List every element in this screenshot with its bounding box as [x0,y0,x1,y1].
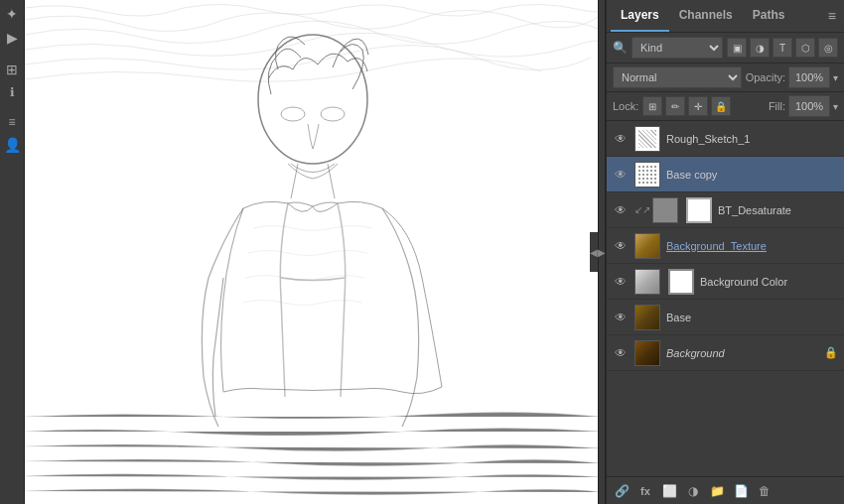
bottom-toolbar: 🔗 fx ⬜ ◑ 📁 📄 🗑 [607,476,844,504]
lock-transparent-btn[interactable]: ⊞ [642,96,662,116]
filter-select[interactable]: Kind Name Effect Mode [632,37,723,59]
filter-smart-icon[interactable]: ◎ [818,38,838,58]
new-group-icon[interactable]: 📁 [708,482,726,500]
lock-icons: ⊞ ✏ ✛ 🔒 [642,96,765,116]
opacity-label: Opacity: [746,71,785,83]
filter-shape-icon[interactable]: ⬡ [795,38,815,58]
layer-visibility-icon[interactable]: 👁 [613,274,629,290]
layer-lock-icon: 🔒 [824,346,838,360]
new-layer-icon[interactable]: 📄 [732,482,750,500]
panel-menu-icon[interactable]: ≡ [824,4,840,28]
collapse-arrow-left[interactable]: ◀ [590,232,598,272]
layer-visibility-icon[interactable]: 👁 [613,238,629,254]
layer-visibility-icon[interactable]: 👁 [613,202,629,218]
layer-mask-thumbnail [668,269,694,295]
tool-icon-1[interactable]: ✦ [6,6,18,22]
layer-thumbnail [652,197,678,223]
left-toolbar: ✦ ▶ ⊞ ℹ ≡ 👤 [0,0,25,504]
layer-thumbnail [634,233,660,259]
blend-row: Normal Dissolve Multiply Screen Overlay … [607,63,844,92]
layer-name: BT_Desaturate [718,204,838,216]
blend-mode-select[interactable]: Normal Dissolve Multiply Screen Overlay [613,66,742,88]
layer-thumbnail [634,126,660,152]
layer-item[interactable]: 👁 ↙↗ BT_Desaturate [607,192,844,228]
layer-name: Background [666,347,818,359]
add-style-icon[interactable]: fx [636,482,654,500]
tool-icon-5[interactable]: ≡ [8,115,15,129]
tab-layers[interactable]: Layers [611,0,669,32]
right-panel: Layers Channels Paths ≡ 🔍 Kind Name Effe… [606,0,844,504]
fill-value[interactable]: 100% [788,95,830,117]
tab-paths[interactable]: Paths [743,0,795,32]
layer-name: Rough_Sketch_1 [666,133,838,145]
tool-icon-3[interactable]: ⊞ [6,62,18,77]
filter-pixel-icon[interactable]: ▣ [727,38,747,58]
layer-visibility-icon[interactable]: 👁 [613,345,629,361]
layer-thumbnail [634,162,660,188]
search-bar: 🔍 Kind Name Effect Mode ▣ ◑ T ⬡ ◎ [607,33,844,63]
delete-layer-icon[interactable]: 🗑 [756,482,774,500]
lock-label: Lock: [613,100,638,112]
layer-item[interactable]: 👁 Background Color [607,264,844,300]
filter-adjustment-icon[interactable]: ◑ [750,38,770,58]
add-adjustment-icon[interactable]: ◑ [684,482,702,500]
filter-type-icon[interactable]: T [773,38,792,58]
tool-icon-6[interactable]: 👤 [4,137,21,153]
lock-row: Lock: ⊞ ✏ ✛ 🔒 Fill: 100% ▾ [607,92,844,121]
tool-icon-4[interactable]: ℹ [10,85,15,99]
layer-item[interactable]: 👁 Base [607,300,844,335]
layer-item[interactable]: 👁 Rough_Sketch_1 [607,121,844,157]
fill-group: Fill: 100% ▾ [769,95,838,117]
layer-mask-thumbnail [686,197,712,223]
layer-name: Background_Texture [666,240,838,252]
layer-item[interactable]: 👁 Background_Texture [607,228,844,264]
search-icon: 🔍 [613,41,628,55]
layer-visibility-icon[interactable]: 👁 [613,167,629,183]
collapse-right-arrow[interactable]: ▶ [598,0,606,504]
add-mask-icon[interactable]: ⬜ [660,482,678,500]
layer-name: Background Color [700,276,838,288]
layer-visibility-icon[interactable]: 👁 [613,131,629,147]
lock-all-btn[interactable]: 🔒 [711,96,731,116]
layer-arrows-icon: ↙↗ [634,204,650,215]
layer-item[interactable]: 👁 Background 🔒 [607,335,844,371]
fill-arrow: ▾ [833,101,838,112]
layer-thumbnail [634,305,660,330]
tool-icon-2[interactable]: ▶ [7,30,18,46]
fill-label: Fill: [769,100,785,112]
layer-filter-icons: ▣ ◑ T ⬡ ◎ [727,38,838,58]
lock-position-btn[interactable]: ✛ [688,96,708,116]
link-layers-icon[interactable]: 🔗 [613,482,631,500]
sketch-canvas [25,0,598,504]
layer-name: Base copy [666,169,838,181]
lock-paint-btn[interactable]: ✏ [665,96,685,116]
layer-item[interactable]: 👁 Base copy [607,157,844,192]
bottom-icons: 🔗 fx ⬜ ◑ 📁 📄 🗑 [613,482,774,500]
panel-tabs: Layers Channels Paths ≡ [607,0,844,33]
layer-name: Base [666,312,838,323]
layer-visibility-icon[interactable]: 👁 [613,310,629,325]
layer-thumbnail [634,340,660,366]
layers-list: 👁 Rough_Sketch_1 👁 Base copy 👁 ↙↗ BT_Des… [607,121,844,476]
tab-channels[interactable]: Channels [669,0,743,32]
canvas-area: ◀ [25,0,598,504]
opacity-value[interactable]: 100% [788,66,830,88]
opacity-arrow: ▾ [833,72,838,83]
opacity-group: Opacity: 100% ▾ [746,66,838,88]
layer-thumbnail [634,269,660,295]
